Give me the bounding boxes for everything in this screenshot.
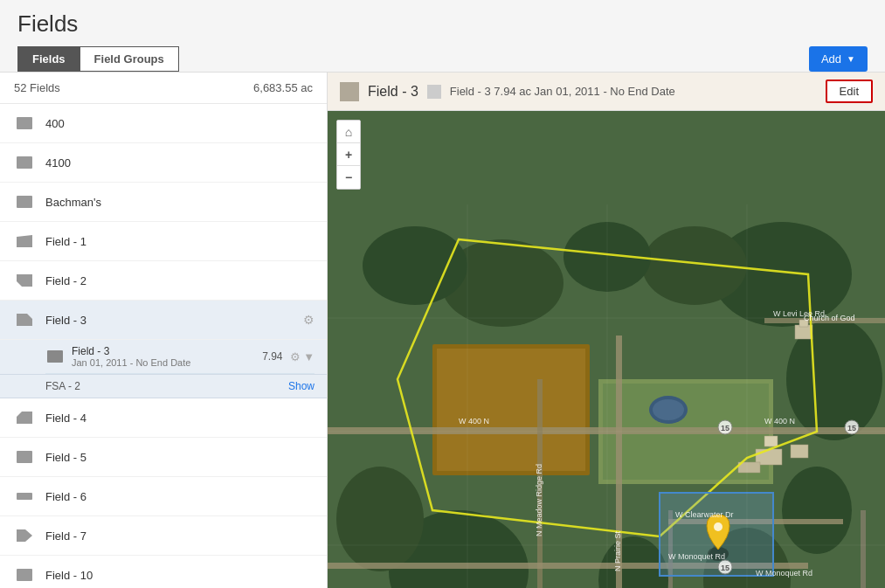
- sub-item[interactable]: Field - 3 Jan 01, 2011 - No End Date 7.9…: [45, 340, 315, 374]
- road-label-400n-right: W 400 N: [764, 417, 795, 425]
- svg-point-20: [363, 226, 467, 305]
- svg-rect-11: [17, 569, 32, 581]
- map-controls: ⌂ + −: [336, 120, 361, 190]
- gear-icon[interactable]: ⚙: [303, 313, 315, 327]
- left-panel: 52 Fields 6,683.55 ac 400 4100: [0, 73, 328, 588]
- svg-rect-9: [17, 493, 32, 500]
- map-satellite: W Levi Lee Rd W 400 N W 400 N W Clearwat…: [328, 111, 885, 588]
- field-icon: [12, 150, 37, 175]
- map-area[interactable]: W Levi Lee Rd W 400 N W 400 N W Clearwat…: [328, 111, 885, 588]
- map-zoom-out-button[interactable]: −: [337, 166, 360, 189]
- fsa-row: FSA - 2 Show: [0, 375, 327, 398]
- map-meta: Field - 3 7.94 ac Jan 01, 2011 - No End …: [450, 85, 675, 98]
- svg-rect-43: [795, 325, 812, 339]
- sub-name: Field - 3: [72, 345, 262, 357]
- list-item[interactable]: 4100: [0, 143, 327, 183]
- road-label-clearwater: W Clearwater Dr: [675, 510, 734, 519]
- field-icon: [12, 268, 37, 293]
- tab-fields[interactable]: Fields: [17, 46, 80, 72]
- field-icon: [12, 563, 37, 587]
- list-item[interactable]: Field - 2: [0, 261, 327, 301]
- svg-text:15: 15: [847, 424, 856, 432]
- svg-rect-0: [17, 117, 32, 129]
- svg-rect-8: [17, 451, 32, 463]
- sub-info: Field - 3 Jan 01, 2011 - No End Date: [72, 345, 262, 368]
- field-icon: [12, 484, 37, 508]
- field-name: 4100: [45, 156, 315, 169]
- page-title: Fields: [17, 10, 868, 38]
- svg-rect-28: [437, 349, 585, 471]
- svg-marker-3: [17, 235, 32, 247]
- field-name: Field - 10: [45, 569, 315, 582]
- svg-text:15: 15: [721, 564, 729, 572]
- header-row: Fields Field Groups Add ▼: [17, 46, 868, 72]
- svg-point-22: [782, 467, 852, 554]
- right-panel: Field - 3 Field - 3 7.94 ac Jan 01, 2011…: [328, 73, 885, 588]
- field-name: 400: [45, 117, 315, 130]
- field-subrow: Field - 3 Jan 01, 2011 - No End Date 7.9…: [0, 340, 327, 375]
- map-header-sep-icon: [427, 85, 441, 99]
- page-header: Fields Fields Field Groups Add ▼: [0, 0, 885, 73]
- list-item[interactable]: Field - 1: [0, 222, 327, 261]
- field-icon: [12, 405, 37, 430]
- map-header-field-icon: [340, 82, 359, 101]
- add-button[interactable]: Add ▼: [809, 46, 868, 72]
- road-label-meadow: N Meadow Ridge Rd: [535, 464, 543, 536]
- field-icon: [12, 190, 37, 214]
- map-zoom-in-button[interactable]: +: [337, 143, 360, 166]
- list-item[interactable]: Field - 10: [0, 556, 327, 588]
- list-item[interactable]: Field - 7: [0, 516, 327, 556]
- svg-point-46: [653, 399, 684, 420]
- svg-rect-40: [791, 445, 808, 458]
- list-item-selected[interactable]: Field - 3 ⚙: [0, 301, 327, 340]
- field-name: Field - 4: [45, 412, 315, 425]
- tab-group: Fields Field Groups: [17, 46, 179, 72]
- map-home-button[interactable]: ⌂: [337, 121, 360, 143]
- road-label-monoquet-1: W Monoquet Rd: [668, 552, 725, 561]
- map-header: Field - 3 Field - 3 7.94 ac Jan 01, 2011…: [328, 73, 885, 111]
- list-item[interactable]: Bachman's: [0, 183, 327, 222]
- field-icon: [12, 111, 37, 135]
- svg-rect-38: [861, 510, 866, 588]
- list-item[interactable]: Field - 4: [0, 398, 327, 438]
- svg-point-50: [714, 522, 723, 531]
- sub-gear-icon[interactable]: ⚙ ▼: [290, 350, 315, 363]
- svg-marker-10: [17, 529, 32, 542]
- svg-marker-5: [17, 314, 32, 326]
- fsa-show-link[interactable]: Show: [288, 380, 315, 392]
- body-row: 52 Fields 6,683.55 ac 400 4100: [0, 73, 885, 588]
- field-icon: [12, 308, 37, 332]
- field-name: Field - 2: [45, 274, 315, 287]
- page-wrapper: Fields Fields Field Groups Add ▼ 52 Fiel…: [0, 0, 885, 588]
- sub-date: Jan 01, 2011 - No End Date: [72, 357, 262, 368]
- road-label-prairie: N Prairie St: [613, 530, 622, 571]
- road-label-monoquet-2: W Monoquet Rd: [756, 569, 812, 578]
- svg-rect-2: [17, 196, 32, 208]
- field-list: 400 4100 Bachman's: [0, 104, 327, 588]
- edit-button[interactable]: Edit: [826, 80, 873, 103]
- svg-marker-4: [17, 274, 32, 287]
- list-item[interactable]: 400: [0, 104, 327, 143]
- list-item[interactable]: Field - 6: [0, 477, 327, 516]
- svg-marker-7: [17, 412, 32, 424]
- list-item[interactable]: Field - 5: [0, 438, 327, 477]
- svg-rect-6: [47, 350, 63, 363]
- field-name: Bachman's: [45, 196, 315, 209]
- map-svg: W Levi Lee Rd W 400 N W 400 N W Clearwat…: [328, 111, 885, 588]
- svg-point-25: [336, 467, 424, 571]
- field-name: Field - 3: [45, 314, 298, 327]
- field-icon: [12, 523, 37, 548]
- field-name: Field - 7: [45, 529, 315, 543]
- field-name: Field - 5: [45, 451, 315, 464]
- svg-rect-42: [764, 436, 778, 446]
- total-acreage: 6,683.55 ac: [253, 81, 313, 94]
- field-icon: [12, 229, 37, 253]
- field-icon: [12, 445, 37, 469]
- tab-field-groups[interactable]: Field Groups: [80, 46, 179, 72]
- svg-text:15: 15: [721, 424, 729, 432]
- field-name: Field - 6: [45, 490, 315, 503]
- field-count: 52 Fields: [14, 81, 60, 94]
- field-name: Field - 1: [45, 235, 315, 248]
- sub-acreage: 7.94: [262, 350, 282, 363]
- sub-field-icon: [45, 347, 65, 366]
